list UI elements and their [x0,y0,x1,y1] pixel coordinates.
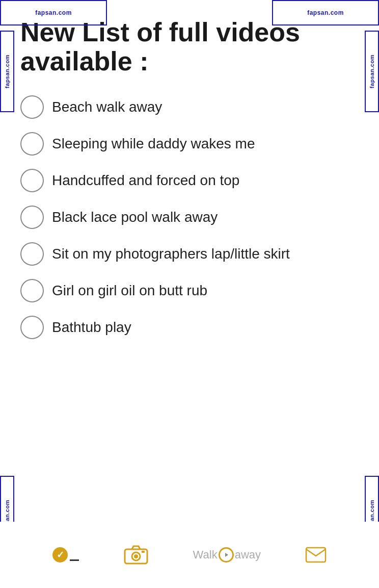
page-title: New List of full videos available : [20,18,359,76]
list-item[interactable]: Black lace pool walk away [20,201,359,233]
mail-icon [305,546,327,564]
radio-button[interactable] [20,279,44,302]
video-label: Sleeping while daddy wakes me [52,136,255,152]
video-list: Beach walk awaySleeping while daddy wake… [20,91,359,343]
list-item[interactable]: Beach walk away [20,91,359,123]
list-item[interactable]: Sleeping while daddy wakes me [20,128,359,160]
radio-button[interactable] [20,242,44,266]
watermark-side-left: fapsan.com [0,31,14,112]
video-label: Bathtub play [52,319,131,336]
toolbar-item-camera[interactable] [123,544,149,566]
radio-button[interactable] [20,169,44,192]
watermark-text-side-right: fapsan.com [369,55,375,88]
video-label: Sit on my photographers lap/little skirt [52,246,290,262]
svg-rect-3 [142,551,145,553]
toolbar-item-check[interactable]: ✓ [52,547,79,563]
video-label: Girl on girl oil on butt rub [52,283,207,299]
video-label: Black lace pool walk away [52,209,218,225]
toolbar-item-walkaway[interactable]: Walk away [193,547,261,563]
list-item[interactable]: Bathtub play [20,312,359,343]
list-item[interactable]: Sit on my photographers lap/little skirt [20,238,359,270]
walkaway-text2: away [235,548,261,561]
list-item[interactable]: Girl on girl oil on butt rub [20,275,359,306]
watermark-top-left: fapsan.com [0,0,107,25]
bottom-toolbar: ✓ Walk away [0,522,379,588]
watermark-text-top-right: fapsan.com [307,9,344,16]
checkmark-icon: ✓ [52,547,68,563]
walkaway-circle-icon [219,547,234,563]
watermark-text-side-left: fapsan.com [4,55,10,88]
radio-button[interactable] [20,95,44,119]
camera-icon [123,544,149,566]
main-content: New List of full videos available : Beac… [0,0,379,359]
video-label: Handcuffed and forced on top [52,172,239,189]
watermark-side-right: fapsan.com [365,31,379,112]
svg-marker-4 [225,553,228,557]
list-item[interactable]: Handcuffed and forced on top [20,165,359,196]
walkaway-text: Walk [193,548,218,561]
svg-rect-5 [306,548,326,562]
dash-icon [70,559,79,561]
radio-button[interactable] [20,316,44,339]
watermark-top-right: fapsan.com [272,0,379,25]
video-label: Beach walk away [52,99,162,115]
watermark-text-top-left: fapsan.com [35,9,72,16]
radio-button[interactable] [20,206,44,229]
radio-button[interactable] [20,132,44,156]
svg-point-2 [134,554,138,558]
toolbar-item-mail[interactable] [305,546,327,564]
